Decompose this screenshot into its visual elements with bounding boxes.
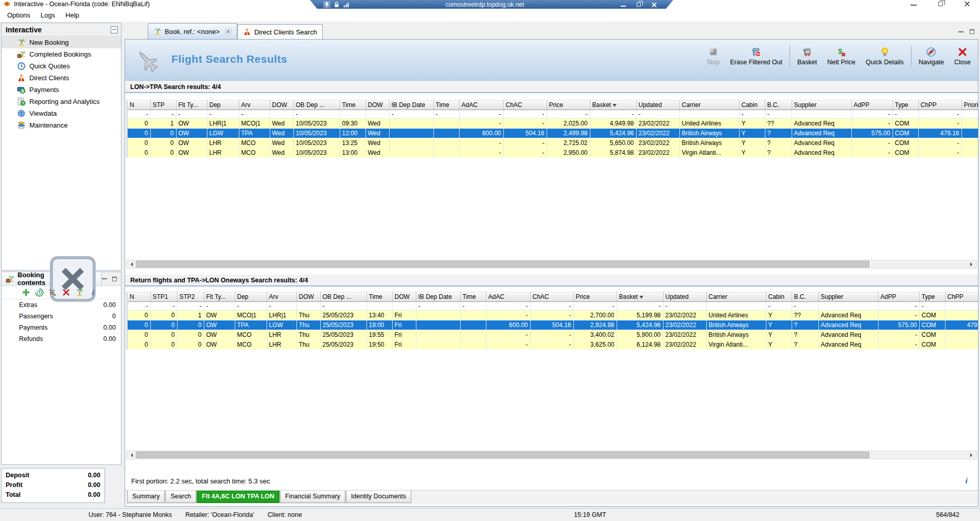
filter-cell[interactable]: - bbox=[739, 110, 765, 119]
scroll-track[interactable] bbox=[135, 260, 968, 268]
column-header-n[interactable]: N bbox=[128, 292, 150, 302]
window-minimize-button[interactable] bbox=[908, 0, 919, 8]
filter-cell[interactable] bbox=[296, 302, 320, 311]
pin-icon[interactable] bbox=[323, 1, 330, 8]
column-header-chac[interactable]: ChAC bbox=[503, 100, 547, 110]
column-header-cabin[interactable]: Cabin bbox=[739, 100, 765, 110]
column-header-stp1[interactable]: STP1 bbox=[150, 292, 177, 302]
column-header-basket[interactable]: Basket bbox=[590, 100, 636, 110]
toolbar-close-button[interactable]: Close bbox=[949, 45, 976, 68]
filter-cell[interactable]: - bbox=[150, 110, 176, 119]
bottom-tab-search[interactable]: Search bbox=[165, 491, 196, 503]
filter-cell[interactable]: - bbox=[547, 110, 590, 119]
scroll-right-icon[interactable] bbox=[968, 260, 976, 268]
scroll-right-icon[interactable] bbox=[968, 451, 976, 459]
column-header-chpp[interactable]: ChPP bbox=[918, 100, 961, 110]
column-header-ob-dep-[interactable]: OB Dep ... bbox=[293, 100, 340, 110]
info-icon[interactable]: i bbox=[962, 476, 971, 485]
filter-cell[interactable] bbox=[340, 110, 365, 119]
column-header-dep[interactable]: Dep bbox=[207, 100, 239, 110]
quick-quote-icon[interactable] bbox=[35, 288, 44, 297]
table-row[interactable]: 00OWLHRMCOWed10/05/202313:25Wed--2,725.0… bbox=[128, 138, 978, 148]
sidebar-item-reporting-and-analytics[interactable]: Reporting and Analytics bbox=[2, 96, 121, 107]
filter-cell[interactable]: - bbox=[320, 302, 366, 311]
window-close-button[interactable] bbox=[961, 0, 973, 8]
column-header-updated[interactable]: Updated bbox=[636, 100, 679, 110]
info-icon[interactable]: i bbox=[89, 288, 97, 297]
filter-cell[interactable]: - bbox=[293, 110, 340, 119]
filter-cell[interactable]: - bbox=[177, 302, 204, 311]
table-row-selected[interactable]: 000OWTPALGWThu25/05/202319:00Fri600.0050… bbox=[128, 320, 978, 330]
sidebar-item-new-booking[interactable]: New Booking bbox=[2, 37, 121, 48]
filter-cell[interactable]: - bbox=[235, 302, 267, 311]
window-restore-button[interactable] bbox=[935, 0, 946, 8]
maximize-view-icon[interactable] bbox=[112, 277, 117, 281]
toolbar-navigate-button[interactable]: Navigate bbox=[914, 45, 949, 68]
rdp-restore-button[interactable] bbox=[635, 1, 642, 9]
palm-icon[interactable] bbox=[75, 288, 84, 297]
column-header-dow[interactable]: DOW bbox=[392, 292, 416, 302]
bottom-tab-flt-4a-6c-lon-tpa-lon[interactable]: Flt 4A,6C LON TPA LON bbox=[197, 491, 279, 503]
rdp-close-button[interactable] bbox=[651, 1, 658, 9]
cart-go-icon[interactable] bbox=[48, 288, 57, 297]
filter-cell[interactable] bbox=[706, 302, 766, 311]
column-header-cabin[interactable]: Cabin bbox=[766, 292, 792, 302]
scroll-left-icon[interactable] bbox=[127, 451, 135, 459]
sidebar-item-payments[interactable]: $Payments bbox=[2, 84, 121, 96]
filter-cell[interactable]: - bbox=[459, 110, 503, 119]
filter-cell[interactable]: - bbox=[389, 110, 433, 119]
filter-cell[interactable]: - bbox=[150, 302, 177, 311]
filter-cell[interactable]: - bbox=[590, 110, 636, 119]
column-header-b-c-[interactable]: B.C. bbox=[765, 100, 792, 110]
column-header-time[interactable]: Time bbox=[460, 292, 486, 302]
filter-cell[interactable]: - bbox=[919, 302, 945, 311]
filter-cell[interactable]: - bbox=[128, 302, 150, 311]
toolbar-basket-button[interactable]: Basket bbox=[792, 45, 822, 68]
rdp-minimize-button[interactable] bbox=[620, 1, 627, 9]
bottom-tab-summary[interactable]: Summary bbox=[127, 491, 165, 503]
filter-cell[interactable]: - bbox=[176, 110, 207, 119]
minimize-view-icon[interactable] bbox=[102, 278, 107, 279]
filter-cell[interactable]: - bbox=[945, 302, 978, 311]
filter-cell[interactable]: - bbox=[207, 110, 239, 119]
column-header-dow[interactable]: DOW bbox=[270, 100, 293, 110]
filter-cell[interactable]: - bbox=[892, 110, 918, 119]
column-header-ib-dep-date[interactable]: IB Dep Date bbox=[416, 292, 460, 302]
sidebar-item-quick-quotes[interactable]: Quick Quotes bbox=[2, 60, 121, 72]
menu-item-options[interactable]: Options bbox=[2, 10, 36, 21]
column-header-arv[interactable]: Arv bbox=[267, 292, 296, 302]
filter-cell[interactable]: - bbox=[530, 302, 573, 311]
toolbar-erase-filtered-out-button[interactable]: Erase Filtered Out bbox=[725, 45, 787, 68]
table-row[interactable]: 000OWMCOLHRThu25/05/202319:55Fri--3,400.… bbox=[128, 330, 978, 340]
column-header-adpp[interactable]: AdPP bbox=[878, 292, 919, 302]
filter-cell[interactable]: - bbox=[918, 110, 961, 119]
sidebar-item-completed-bookings[interactable]: Completed Bookings bbox=[2, 48, 121, 60]
column-header-n[interactable]: N bbox=[128, 100, 150, 110]
filter-cell[interactable] bbox=[679, 110, 739, 119]
delete-icon[interactable] bbox=[62, 288, 71, 297]
scroll-track[interactable] bbox=[135, 451, 968, 459]
filter-cell[interactable]: - bbox=[961, 110, 978, 119]
booking-row[interactable]: Passengers0 bbox=[2, 311, 121, 322]
column-header-carrier[interactable]: Carrier bbox=[679, 100, 739, 110]
filter-cell[interactable]: - bbox=[486, 302, 530, 311]
scroll-left-icon[interactable] bbox=[127, 260, 135, 268]
booking-row[interactable]: Payments0.00 bbox=[2, 322, 121, 333]
column-header-arv[interactable]: Arv bbox=[239, 100, 270, 110]
sidebar-item-direct-clients[interactable]: Direct Clients bbox=[2, 72, 121, 84]
filter-cell[interactable] bbox=[366, 302, 392, 311]
column-header-adpp[interactable]: AdPP bbox=[851, 100, 892, 110]
column-header-ob-dep-[interactable]: OB Dep ... bbox=[320, 292, 366, 302]
bottom-tab-financial-summary[interactable]: Financial Summary bbox=[280, 491, 345, 503]
column-header-carrier[interactable]: Carrier bbox=[706, 292, 766, 302]
filter-cell[interactable] bbox=[818, 302, 878, 311]
sidebar-item-viewdata[interactable]: Viewdata bbox=[2, 107, 121, 119]
collapse-panel-icon[interactable] bbox=[111, 26, 118, 33]
table-row[interactable]: 01OWLHR|1MCO|1Wed10/05/202309:30Wed--2,0… bbox=[128, 119, 978, 129]
filter-cell[interactable]: - bbox=[204, 302, 235, 311]
column-header-updated[interactable]: Updated bbox=[663, 292, 706, 302]
add-icon[interactable] bbox=[22, 288, 30, 297]
column-header-type[interactable]: Type bbox=[892, 100, 918, 110]
column-header-stp2[interactable]: STP2 bbox=[177, 292, 204, 302]
filter-cell[interactable]: - bbox=[765, 110, 792, 119]
